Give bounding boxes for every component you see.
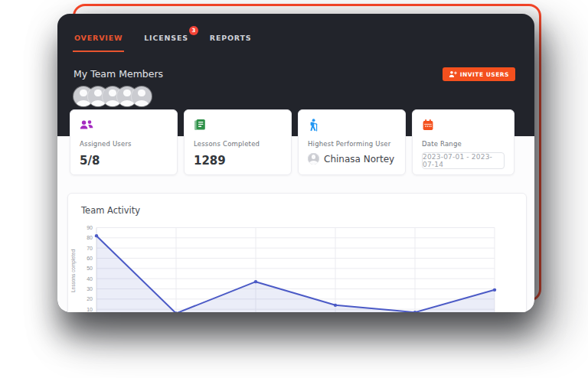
date-range-label: Date Range: [422, 140, 505, 148]
team-activity-chart: 908070605040302010Lessons completed: [68, 223, 528, 312]
svg-text:60: 60: [87, 256, 93, 261]
stats-cards-row: Assigned Users 5/8 Lessons Completed 128…: [70, 109, 514, 175]
assigned-users-value: 5/8: [80, 154, 168, 168]
assigned-users-label: Assigned Users: [80, 140, 168, 148]
highest-performer-card: Highest Performing User Chinasa Nortey: [298, 109, 406, 175]
svg-text:10: 10: [87, 307, 93, 312]
tab-licenses-label: LICENSES: [144, 34, 188, 42]
journal-icon: [194, 119, 206, 132]
svg-text:90: 90: [87, 225, 93, 230]
invite-users-button[interactable]: INVITE USERS: [443, 67, 515, 81]
highest-performer-name: Chinasa Nortey: [324, 154, 394, 165]
chart-title: Team Activity: [68, 194, 526, 216]
svg-text:30: 30: [87, 286, 93, 292]
hiker-icon: [308, 119, 319, 132]
lessons-completed-label: Lessons Completed: [194, 140, 282, 148]
highest-performer-label: Highest Performing User: [308, 140, 396, 148]
member-avatar: [132, 86, 152, 106]
svg-text:20: 20: [87, 296, 93, 301]
svg-text:Lessons completed: Lessons completed: [70, 249, 77, 292]
date-range-card: Date Range 2023-07-01 - 2023-07-14: [412, 109, 514, 175]
tab-overview[interactable]: OVERVIEW: [73, 32, 124, 52]
person-add-icon: [449, 70, 457, 78]
tab-reports[interactable]: REPORTS: [208, 32, 253, 51]
svg-text:80: 80: [87, 235, 93, 240]
team-avatars: [74, 86, 534, 106]
date-range-input[interactable]: 2023-07-01 - 2023-07-14: [422, 152, 505, 169]
svg-text:50: 50: [87, 266, 93, 271]
lessons-completed-card: Lessons Completed 1289: [184, 109, 292, 175]
licenses-badge: 3: [189, 26, 198, 35]
svg-text:70: 70: [87, 246, 93, 251]
tab-bar: OVERVIEW LICENSES 3 REPORTS: [57, 14, 534, 52]
dashboard-window: OVERVIEW LICENSES 3 REPORTS My Team Memb…: [57, 14, 534, 312]
tab-licenses[interactable]: LICENSES 3: [142, 32, 190, 51]
user-avatar: [308, 153, 319, 165]
highest-performer-user-row: Chinasa Nortey: [308, 153, 396, 165]
team-activity-card: Team Activity 908070605040302010Lessons …: [67, 193, 527, 312]
users-icon: [80, 119, 94, 132]
calendar-icon: [422, 119, 434, 132]
page: OVERVIEW LICENSES 3 REPORTS My Team Memb…: [0, 0, 588, 378]
svg-text:40: 40: [87, 276, 93, 282]
lessons-completed-value: 1289: [194, 154, 282, 168]
assigned-users-card: Assigned Users 5/8: [70, 109, 178, 175]
invite-users-label: INVITE USERS: [460, 71, 509, 78]
